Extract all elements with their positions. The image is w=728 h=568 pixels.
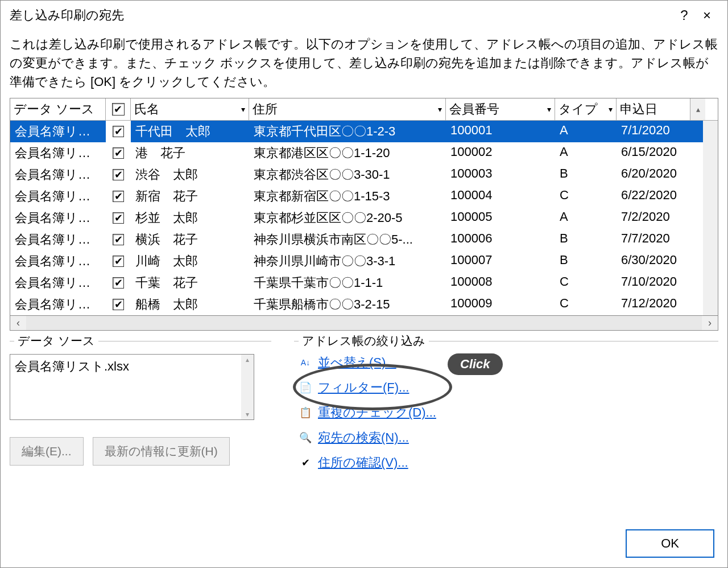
dialog-title: 差し込み印刷の宛先 (10, 7, 124, 24)
cell-data-source: 会員名簿リス... (10, 142, 106, 164)
dialog-description: これは差し込み印刷で使用されるアドレス帳です。以下のオプションを使用して、アドレ… (1, 30, 727, 98)
cell-data-source: 会員名簿リス... (10, 250, 106, 272)
find-link[interactable]: 宛先の検索(N)... (318, 429, 409, 446)
dup-link[interactable]: 重複のチェック(D)... (318, 404, 436, 421)
column-checkbox-header[interactable] (106, 98, 131, 120)
column-date[interactable]: 申込日 (617, 98, 690, 120)
cell-checkbox[interactable] (106, 164, 131, 186)
chevron-down-icon[interactable]: ▾ (606, 105, 613, 114)
chevron-up-icon: ▴ (696, 105, 700, 114)
chevron-up-icon[interactable]: ▴ (241, 355, 254, 365)
cell-name: 千葉 花子 (131, 272, 249, 294)
recipients-table: データ ソース 氏名 ▾ 住所 ▾ 会員番号 ▾ タイプ ▾ 申込日 ▴ 会員名… (10, 98, 718, 316)
table-row[interactable]: 会員名簿リス...新宿 花子東京都新宿区〇〇1-15-3100004C6/22/… (10, 186, 703, 207)
refresh-button[interactable]: 最新の情報に更新(H) (93, 437, 230, 466)
duplicate-check-icon: 📋 (299, 406, 312, 419)
close-button[interactable]: × (696, 5, 718, 26)
cell-name: 杉並 太郎 (131, 207, 249, 229)
cell-data-source: 会員名簿リス... (10, 272, 106, 294)
cell-checkbox[interactable] (106, 250, 131, 272)
listbox-scrollbar[interactable]: ▴ ▾ (241, 355, 254, 419)
column-data-source[interactable]: データ ソース (10, 98, 106, 120)
horizontal-scrollbar[interactable]: ‹ › (10, 316, 718, 331)
cell-data-source: 会員名簿リス... (10, 164, 106, 186)
cell-date: 7/7/2020 (617, 229, 690, 250)
help-button[interactable]: ? (673, 5, 696, 26)
check-icon[interactable] (113, 126, 124, 137)
dup-link-row: 📋 重複のチェック(D)... (299, 404, 718, 421)
check-icon[interactable] (113, 191, 124, 202)
cell-address: 東京都港区区〇〇1-1-20 (249, 142, 446, 164)
cell-data-source: 会員名簿リス... (10, 186, 106, 207)
cell-type: A (555, 207, 617, 229)
chevron-down-icon[interactable]: ▾ (436, 105, 442, 114)
cell-name: 渋谷 太郎 (131, 164, 249, 186)
column-address[interactable]: 住所 ▾ (249, 98, 446, 120)
cell-checkbox[interactable] (106, 207, 131, 229)
cell-address: 神奈川県横浜市南区〇〇5-... (249, 229, 446, 250)
cell-name: 港 花子 (131, 142, 249, 164)
column-type[interactable]: タイプ ▾ (555, 98, 617, 120)
table-row[interactable]: 会員名簿リス...港 花子東京都港区区〇〇1-1-20100002A6/15/2… (10, 142, 703, 164)
cell-member-no: 100002 (446, 142, 555, 164)
check-icon[interactable] (113, 299, 124, 310)
sort-link[interactable]: 並べ替え(S)... (318, 354, 396, 371)
filter-link[interactable]: フィルター(F)... (318, 379, 409, 396)
data-source-listbox[interactable]: 会員名簿リスト.xlsx ▴ ▾ (10, 354, 254, 420)
validate-link-row: ✔ 住所の確認(V)... (299, 454, 718, 471)
check-icon[interactable] (113, 277, 124, 289)
cell-address: 東京都新宿区〇〇1-15-3 (249, 186, 446, 207)
cell-checkbox[interactable] (106, 294, 131, 315)
cell-address: 千葉県千葉市〇〇1-1-1 (249, 272, 446, 294)
header-check-icon[interactable] (112, 103, 125, 116)
cell-address: 神奈川県川崎市〇〇3-3-1 (249, 250, 446, 272)
check-icon[interactable] (113, 234, 124, 245)
cell-type: C (555, 272, 617, 294)
table-row[interactable]: 会員名簿リス...船橋 太郎千葉県船橋市〇〇3-2-15100009C7/12/… (10, 294, 703, 315)
cell-checkbox[interactable] (106, 121, 131, 142)
chevron-down-icon[interactable]: ▾ (545, 105, 551, 114)
click-badge: Click (448, 353, 503, 375)
check-icon[interactable] (113, 169, 124, 180)
cell-checkbox[interactable] (106, 142, 131, 164)
cell-checkbox[interactable] (106, 186, 131, 207)
cell-type: C (555, 186, 617, 207)
title-bar: 差し込み印刷の宛先 ? × (1, 1, 727, 30)
table-row[interactable]: 会員名簿リス...千葉 花子千葉県千葉市〇〇1-1-1100008C7/10/2… (10, 272, 703, 294)
vertical-scrollbar[interactable] (703, 121, 718, 315)
validate-address-icon: ✔ (299, 456, 312, 470)
data-source-file[interactable]: 会員名簿リスト.xlsx (10, 355, 254, 378)
cell-checkbox[interactable] (106, 229, 131, 250)
cell-type: A (555, 121, 617, 142)
scroll-left-icon[interactable]: ‹ (10, 317, 26, 329)
column-name[interactable]: 氏名 ▾ (131, 98, 249, 120)
check-icon[interactable] (113, 212, 124, 224)
ok-button[interactable]: OK (626, 529, 714, 558)
refine-group: アドレス帳の絞り込み A↓ 並べ替え(S)... 📄 フィルター(F)... 📋… (294, 341, 718, 479)
table-body: 会員名簿リス...千代田 太郎東京都千代田区〇〇1-2-3100001A7/1/… (10, 121, 703, 315)
find-link-row: 🔍 宛先の検索(N)... (299, 429, 718, 446)
check-icon[interactable] (113, 147, 124, 159)
table-row[interactable]: 会員名簿リス...川崎 太郎神奈川県川崎市〇〇3-3-1100007B6/30/… (10, 250, 703, 272)
table-row[interactable]: 会員名簿リス...横浜 花子神奈川県横浜市南区〇〇5-...100006B7/7… (10, 229, 703, 250)
sort-az-icon: A↓ (299, 356, 312, 369)
cell-type: B (555, 229, 617, 250)
cell-date: 6/15/2020 (617, 142, 690, 164)
column-member-number[interactable]: 会員番号 ▾ (446, 98, 555, 120)
cell-name: 船橋 太郎 (131, 294, 249, 315)
table-row[interactable]: 会員名簿リス...杉並 太郎東京都杉並区区〇〇2-20-5100005A7/2/… (10, 207, 703, 229)
chevron-down-icon[interactable]: ▾ (239, 105, 245, 114)
edit-button[interactable]: 編集(E)... (10, 437, 84, 466)
cell-type: B (555, 164, 617, 186)
cell-member-no: 100007 (446, 250, 555, 272)
cell-date: 7/12/2020 (617, 294, 690, 315)
table-row[interactable]: 会員名簿リス...渋谷 太郎東京都渋谷区〇〇3-30-1100003B6/20/… (10, 164, 703, 186)
scroll-right-icon[interactable]: › (702, 317, 718, 329)
check-icon[interactable] (113, 256, 124, 267)
cell-checkbox[interactable] (106, 272, 131, 294)
validate-link[interactable]: 住所の確認(V)... (318, 454, 408, 471)
table-row[interactable]: 会員名簿リス...千代田 太郎東京都千代田区〇〇1-2-3100001A7/1/… (10, 121, 703, 142)
cell-member-no: 100005 (446, 207, 555, 229)
chevron-down-icon[interactable]: ▾ (241, 409, 254, 419)
vscroll-up[interactable]: ▴ (690, 98, 705, 120)
